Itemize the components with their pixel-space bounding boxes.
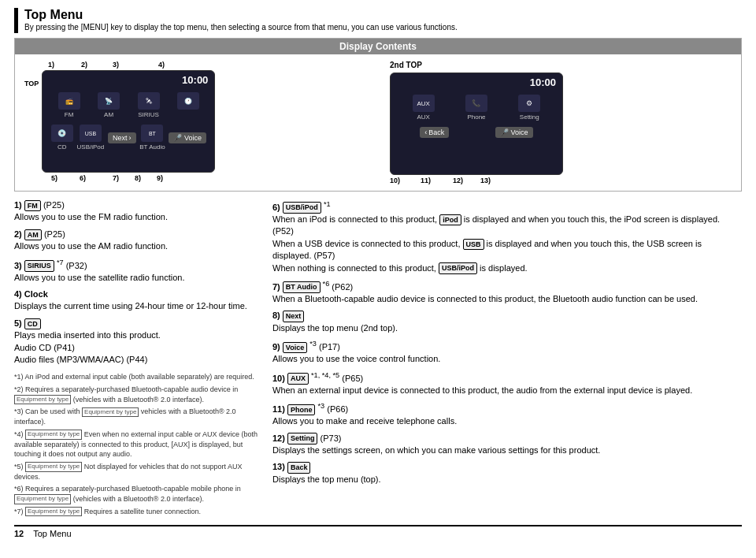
aux-label: AUX bbox=[417, 113, 429, 121]
item-5: 5) CD Plays media inserted into this pro… bbox=[14, 318, 258, 366]
item9-sup: *3 bbox=[309, 340, 317, 348]
item12-ref: (P73) bbox=[321, 433, 342, 443]
voice-button-2nd-screen[interactable]: 🎤 Voice bbox=[495, 127, 533, 138]
item5-text3: Audio files (MP3/WMA/AAC) (P44) bbox=[14, 355, 147, 364]
second-screen-bottom-row: ‹ Back 🎤 Voice bbox=[391, 124, 562, 141]
setting-label: Setting bbox=[520, 113, 539, 121]
fm-icon-btn[interactable]: 📻 FM bbox=[58, 92, 80, 118]
item12-text: Displays the settings screen, on which y… bbox=[272, 445, 600, 455]
fn3-badge: Equipment by type bbox=[82, 407, 139, 417]
item3-text: Allows you to use the satellite radio fu… bbox=[14, 273, 184, 282]
bt-audio-icon-box: BT bbox=[141, 125, 163, 142]
item10-btn: AUX bbox=[287, 373, 309, 385]
time-display: 10:00 bbox=[182, 74, 208, 86]
item1-text: Allows you to use the FM radio function. bbox=[14, 212, 168, 221]
num-5: 5) bbox=[51, 174, 57, 182]
second-screen-top-bar: 10:00 bbox=[391, 73, 562, 91]
screen-top-bar: 10:00 bbox=[43, 71, 214, 89]
item-2: 2) AM (P25) Allows you to use the AM rad… bbox=[14, 229, 258, 253]
left-column: 1) FM (P25) Allows you to use the FM rad… bbox=[14, 199, 258, 519]
num-11: 11) bbox=[421, 177, 431, 184]
am-label: AM bbox=[104, 111, 113, 118]
item10-num: 10) bbox=[272, 373, 285, 382]
next-label: Next bbox=[113, 134, 128, 142]
footer-title: Top Menu bbox=[33, 529, 71, 538]
second-screen-title: 2nd TOP bbox=[390, 61, 732, 69]
item13-text: Displays the top menu (top). bbox=[272, 474, 381, 484]
item9-ref: (P17) bbox=[319, 342, 340, 352]
fn7-text: *7) bbox=[14, 508, 24, 515]
fn4-text: *4) bbox=[14, 430, 24, 438]
fn7-cont: Requires a satellite tuner connection. bbox=[84, 508, 201, 515]
item7-sup: *6 bbox=[323, 280, 330, 288]
num-9: 9) bbox=[157, 174, 163, 182]
item9-num: 9) bbox=[272, 342, 280, 352]
num-10: 10) bbox=[390, 177, 400, 184]
back-arrow-icon: ‹ bbox=[424, 128, 427, 136]
item2-btn: AM bbox=[24, 229, 42, 241]
setting-icon-btn[interactable]: ⚙ Setting bbox=[518, 95, 540, 121]
sirius-label: SIRIUS bbox=[138, 111, 159, 118]
phone-icon-btn[interactable]: 📞 Phone bbox=[465, 95, 487, 121]
voice-label: Voice bbox=[184, 134, 202, 142]
fn3-text: *3) Can be used with bbox=[14, 407, 80, 415]
item6-btn4: USB/iPod bbox=[439, 262, 477, 274]
page-number: 12 bbox=[14, 529, 24, 538]
item-11: 11) Phone *3 (P66) Allows you to make an… bbox=[272, 401, 742, 427]
back-label: Back bbox=[428, 128, 444, 136]
item12-num: 12) bbox=[272, 433, 285, 443]
item6-btn3: USB bbox=[463, 239, 484, 251]
item3-sup: *7 bbox=[57, 259, 64, 266]
back-button-screen[interactable]: ‹ Back bbox=[420, 127, 449, 138]
cd-icon-btn[interactable]: 💿 CD bbox=[51, 125, 73, 151]
item6-ref2: (P57) bbox=[314, 251, 335, 260]
fn6-cont: (vehicles with a Bluetooth® 2.0 interfac… bbox=[73, 495, 204, 503]
top-label: TOP bbox=[24, 70, 39, 87]
clock-icon-box: 🕐 bbox=[177, 92, 199, 110]
voice-2nd-label: Voice bbox=[511, 128, 528, 136]
phone-icon-box: 📞 bbox=[465, 95, 487, 112]
clock-icon-btn: 🕐 bbox=[177, 92, 199, 118]
item7-btn: BT Audio bbox=[283, 281, 321, 293]
item8-text: Displays the top menu (2nd top). bbox=[272, 323, 398, 333]
num-12: 12) bbox=[453, 177, 463, 184]
fm-label: FM bbox=[65, 111, 74, 118]
item10-sup: *1, *4, *5 bbox=[311, 371, 339, 379]
voice-button-screen[interactable]: 🎤 Voice bbox=[169, 132, 206, 143]
num-8: 8) bbox=[135, 174, 141, 182]
bt-audio-icon-btn[interactable]: BT BT Audio bbox=[139, 125, 165, 151]
fn2: *2) Requires a separately-purchased Blue… bbox=[14, 385, 258, 404]
sirius-icon-btn[interactable]: 🛰 SIRIUS bbox=[138, 92, 160, 118]
item11-ref: (P66) bbox=[327, 404, 348, 414]
second-screen-mock: 10:00 AUX AUX 📞 Phone ⚙ Setting bbox=[390, 73, 563, 175]
item4-text: Displays the current time using 24-hour … bbox=[14, 301, 247, 311]
num-label-1: 1) bbox=[48, 61, 54, 69]
item6-text1: When an iPod is connected to this produc… bbox=[272, 214, 437, 224]
next-button-screen[interactable]: Next › bbox=[108, 132, 136, 143]
am-icon-btn[interactable]: 📡 AM bbox=[98, 92, 120, 118]
item11-text: Allows you to make and receive telephone… bbox=[272, 416, 457, 426]
second-bottom-labels: 10) 11) 12) 13) bbox=[390, 177, 732, 184]
fm-icon-box: 📻 bbox=[58, 92, 80, 110]
top-screen-labels-row: 1) 2) 3) 4) bbox=[24, 61, 366, 69]
item5-text2: Audio CD (P41) bbox=[14, 343, 75, 352]
fn5: *5) Equipment by type Not displayed for … bbox=[14, 462, 258, 482]
item6-text3: When a USB device is connected to this p… bbox=[272, 239, 460, 248]
fn3: *3) Can be used with Equipment by type v… bbox=[14, 407, 258, 426]
page-title-block: Top Menu By pressing the [MENU] key to d… bbox=[14, 8, 742, 33]
main-content: 1) FM (P25) Allows you to use the FM rad… bbox=[14, 199, 742, 519]
fn2-text: *2) Requires a separately-purchased Blue… bbox=[14, 385, 238, 393]
usb-ipod-icon-btn[interactable]: USB USB/iPod bbox=[77, 125, 105, 151]
phone-label: Phone bbox=[467, 113, 485, 121]
item-13: 13) Back Displays the top menu (top). bbox=[272, 461, 742, 485]
item8-num: 8) bbox=[272, 311, 280, 320]
item5-text1: Plays media inserted into this product. bbox=[14, 330, 161, 340]
bottom-num-labels: 5) 6) 7) 8) 9) bbox=[24, 174, 366, 182]
am-icon-box: 📡 bbox=[98, 92, 120, 110]
item-9: 9) Voice *3 (P17) Allows you to use the … bbox=[272, 339, 742, 365]
aux-icon-btn[interactable]: AUX AUX bbox=[413, 95, 435, 121]
item13-num: 13) bbox=[272, 462, 285, 471]
item6-text5: When nothing is connected to this produc… bbox=[272, 263, 436, 273]
footnotes-left: *1) An iPod and external input cable (bo… bbox=[14, 372, 258, 516]
display-contents-header: Display Contents bbox=[15, 39, 741, 54]
